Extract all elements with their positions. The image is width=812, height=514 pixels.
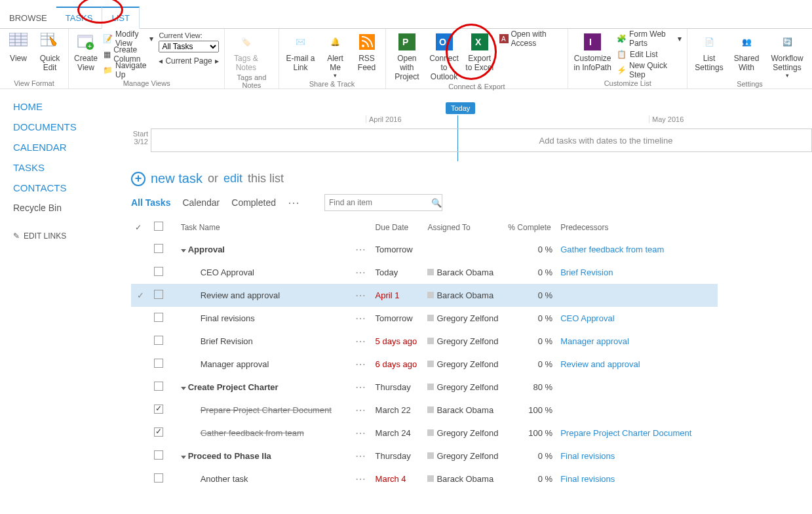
row-checkbox[interactable] — [154, 267, 163, 276]
col-task-name[interactable]: Task Name — [177, 216, 351, 238]
expand-caret-icon[interactable] — [181, 387, 186, 390]
sidebar-item-documents[interactable]: DOCUMENTS — [13, 121, 131, 132]
list-settings-button[interactable]: 📄List Settings — [693, 31, 725, 72]
row-checkbox[interactable] — [154, 313, 163, 322]
row-menu-icon[interactable]: ⋯ — [355, 313, 367, 324]
row-checkbox[interactable] — [154, 244, 163, 253]
prev-icon[interactable]: ◂ — [159, 56, 163, 66]
open-project-button[interactable]: POpen with Project — [391, 31, 423, 81]
table-row[interactable]: Proceed to Phase IIa⋯ThursdayGregory Zel… — [131, 445, 718, 467]
tab-list[interactable]: LIST — [102, 7, 139, 29]
table-row[interactable]: Brief Revision⋯5 days agoGregory Zelfond… — [131, 330, 718, 353]
col-select-all[interactable] — [150, 216, 177, 238]
view-calendar[interactable]: Calendar — [182, 197, 220, 208]
col-predecessors[interactable]: Predecessors — [556, 216, 718, 238]
row-checkbox[interactable] — [154, 405, 163, 414]
shared-with-button[interactable]: 👥Shared With — [731, 31, 762, 72]
predecessor-link[interactable]: Brief Revision — [560, 267, 613, 277]
row-checkbox[interactable] — [154, 290, 163, 299]
row-menu-icon[interactable]: ⋯ — [355, 267, 367, 278]
row-menu-icon[interactable]: ⋯ — [355, 450, 367, 462]
row-checkbox[interactable] — [154, 382, 163, 391]
row-menu-icon[interactable]: ⋯ — [355, 382, 367, 393]
assignee-name[interactable]: Gregory Zelfond — [436, 359, 498, 369]
col-complete-check[interactable]: ✓ — [131, 216, 150, 238]
tab-tasks[interactable]: TASKS — [56, 7, 102, 28]
search-input[interactable] — [325, 198, 431, 207]
task-name[interactable]: Approval — [188, 245, 225, 254]
row-checkbox[interactable] — [154, 427, 163, 437]
assignee-name[interactable]: Gregory Zelfond — [436, 336, 498, 346]
view-all-tasks[interactable]: All Tasks — [131, 197, 170, 208]
row-menu-icon[interactable]: ⋯ — [355, 290, 367, 301]
task-name[interactable]: Proceed to Phase IIa — [188, 451, 271, 461]
assignee-name[interactable]: Barack Obama — [436, 405, 493, 415]
customize-infopath-button[interactable]: ICustomize in InfoPath — [573, 31, 611, 72]
assignee-name[interactable]: Barack Obama — [436, 267, 493, 277]
export-excel-button[interactable]: XExport to Excel — [465, 31, 494, 72]
create-view-button[interactable]: + Create View — [74, 31, 98, 72]
new-task-link[interactable]: new task — [151, 171, 203, 186]
task-name[interactable]: Manager approval — [201, 359, 269, 369]
sidebar-item-contacts[interactable]: CONTACTS — [13, 182, 131, 193]
predecessor-link[interactable]: Gather feedback from team — [560, 245, 664, 254]
more-views-icon[interactable]: ⋯ — [288, 195, 300, 210]
assignee-name[interactable]: Gregory Zelfond — [436, 428, 498, 438]
row-checkbox[interactable] — [154, 359, 163, 368]
connect-outlook-button[interactable]: OConnect to Outlook — [428, 31, 460, 81]
quick-edit-button[interactable]: Quick Edit — [37, 31, 63, 72]
col-due-date[interactable]: Due Date — [372, 216, 424, 238]
col-pct-complete[interactable]: % Complete — [504, 216, 556, 238]
task-name[interactable]: Create Project Charter — [188, 382, 279, 392]
expand-caret-icon[interactable] — [181, 456, 186, 459]
task-name[interactable]: Review and approval — [201, 290, 280, 300]
assignee-name[interactable]: Gregory Zelfond — [436, 313, 498, 323]
row-checkbox[interactable] — [154, 450, 163, 460]
row-checkbox[interactable] — [154, 336, 163, 345]
table-row[interactable]: Final revisions⋯TomorrowGregory Zelfond0… — [131, 307, 718, 330]
open-access-button[interactable]: AOpen with Access — [499, 31, 563, 46]
assignee-name[interactable]: Barack Obama — [436, 474, 493, 484]
row-menu-icon[interactable]: ⋯ — [355, 473, 367, 484]
col-assigned-to[interactable]: Assigned To — [423, 216, 504, 238]
table-row[interactable]: Approval⋯Tomorrow0 %Gather feedback from… — [131, 238, 718, 261]
tags-notes-button[interactable]: 🏷️ Tags & Notes — [230, 31, 261, 72]
tab-browse[interactable]: BROWSE — [0, 7, 56, 28]
view-completed[interactable]: Completed — [231, 197, 276, 208]
predecessor-link[interactable]: Final revisions — [560, 451, 615, 461]
timeline-box[interactable]: Add tasks with dates to the timeline — [151, 128, 812, 152]
row-menu-icon[interactable]: ⋯ — [355, 336, 367, 347]
task-name[interactable]: Brief Revision — [201, 336, 253, 346]
table-row[interactable]: Prepare Project Charter Document⋯March 2… — [131, 399, 718, 422]
table-row[interactable]: Manager approval⋯6 days agoGregory Zelfo… — [131, 353, 718, 376]
table-row[interactable]: CEO Approval⋯TodayBarack Obama0 %Brief R… — [131, 261, 718, 284]
predecessor-link[interactable]: Review and approval — [560, 359, 640, 369]
predecessor-link[interactable]: CEO Approval — [560, 313, 614, 323]
sidebar-item-calendar[interactable]: CALENDAR — [13, 142, 131, 153]
email-link-button[interactable]: ✉️E-mail a Link — [284, 31, 317, 72]
edit-links-button[interactable]: ✎ EDIT LINKS — [13, 231, 131, 241]
create-column-button[interactable]: ▦Create Column — [103, 47, 153, 62]
new-quick-step-button[interactable]: ⚡New Quick Step — [617, 63, 682, 77]
plus-icon[interactable]: + — [131, 172, 145, 186]
form-web-parts-button[interactable]: 🧩Form Web Parts▾ — [617, 31, 682, 46]
search-icon[interactable]: 🔍 — [431, 195, 442, 210]
row-menu-icon[interactable]: ⋯ — [355, 427, 367, 439]
row-menu-icon[interactable]: ⋯ — [355, 405, 367, 416]
task-name[interactable]: CEO Approval — [201, 267, 254, 277]
predecessor-link[interactable]: Final revisions — [560, 474, 615, 484]
sidebar-item-recycle-bin[interactable]: Recycle Bin — [13, 203, 131, 213]
assignee-name[interactable]: Barack Obama — [436, 290, 493, 300]
row-menu-icon[interactable]: ⋯ — [355, 359, 367, 370]
row-checkbox[interactable] — [154, 473, 163, 483]
edit-list-button[interactable]: 📋Edit List — [617, 47, 682, 62]
navigate-up-button[interactable]: 📁Navigate Up — [103, 63, 153, 77]
sidebar-item-tasks[interactable]: TASKS — [13, 162, 131, 173]
predecessor-link[interactable]: Manager approval — [560, 336, 629, 346]
table-row[interactable]: ✓Review and approval⋯April 1Barack Obama… — [131, 284, 718, 307]
task-name[interactable]: Another task — [201, 474, 248, 484]
expand-caret-icon[interactable] — [181, 249, 186, 252]
task-name[interactable]: Prepare Project Charter Document — [201, 405, 332, 415]
current-view-select[interactable]: All Tasks — [159, 41, 219, 52]
task-name[interactable]: Final revisions — [201, 313, 255, 323]
